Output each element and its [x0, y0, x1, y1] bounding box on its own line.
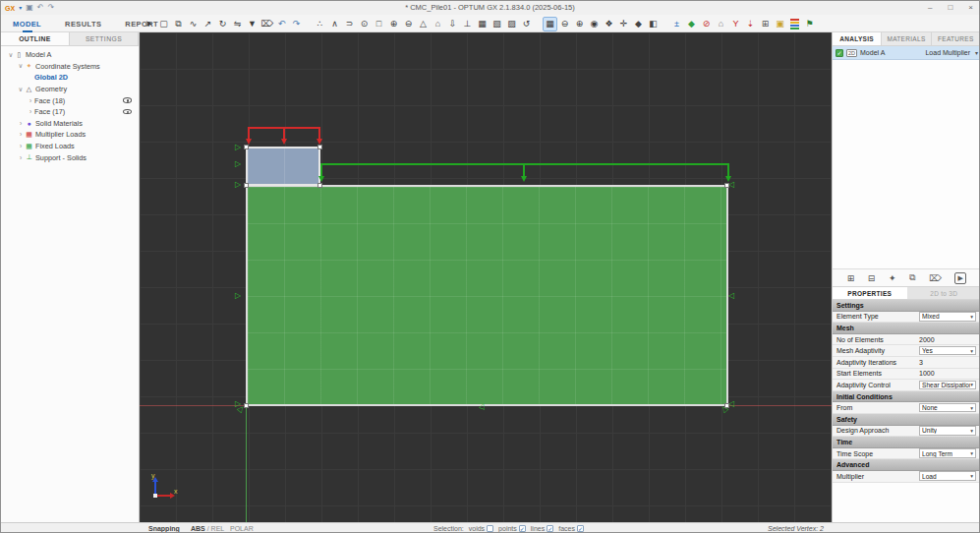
prop-dropdown[interactable]: None▾ — [919, 403, 976, 413]
support-left-icon[interactable]: ▷ — [235, 181, 241, 189]
model-canvas[interactable]: ▷▷▷▷▷◁◁◁△△△ y x — [140, 32, 832, 522]
support-left-icon[interactable]: ▷ — [235, 292, 241, 300]
analysis-model-row[interactable]: ✓ 2D Model A Load Multiplier ▾ — [833, 46, 980, 60]
interface-stamp-icon[interactable]: ▨ — [504, 17, 519, 31]
maximize-button[interactable]: □ — [948, 2, 952, 14]
visibility-eye-icon[interactable] — [123, 109, 132, 115]
dimensions-icon[interactable]: ± — [669, 17, 684, 31]
windows-layout-icon[interactable]: ⊞ — [758, 17, 773, 31]
select-window-icon[interactable]: ▢ — [156, 17, 171, 31]
tree-item-global-2d[interactable]: Global 2D — [1, 72, 139, 84]
support-right-icon[interactable]: ◁ — [728, 292, 734, 300]
prop-dropdown[interactable]: Mixed▾ — [919, 312, 976, 322]
vertex[interactable] — [244, 403, 249, 408]
panel-tab-analysis[interactable]: ANALYSIS — [833, 32, 882, 45]
tree-item-coordinate-systems[interactable]: ∨⌖Coordinate Systems — [1, 61, 139, 73]
shade-view-icon[interactable]: ◧ — [646, 17, 661, 31]
multiplier-load-arrow[interactable] — [248, 127, 250, 140]
tree-item-multiplier-loads[interactable]: ›▦Multiplier Loads — [1, 129, 139, 141]
tree-item-geometry[interactable]: ∨△Geometry — [1, 84, 139, 95]
prop-value[interactable]: 3 — [919, 359, 923, 366]
grid-icon[interactable]: ▦ — [543, 17, 557, 31]
mesh-view-icon[interactable]: ◆ — [631, 17, 646, 31]
snapping-toggle[interactable]: Snapping — [148, 525, 180, 532]
structure-face[interactable] — [246, 147, 320, 186]
ribbon-tab-results[interactable]: RESULTS — [63, 18, 103, 30]
cone-icon[interactable]: △ — [416, 17, 431, 31]
multiplier-load-arrow[interactable] — [283, 127, 285, 140]
zoom-fit-icon[interactable]: ❖ — [602, 17, 616, 31]
no-flow-icon[interactable]: ⊘ — [699, 17, 714, 31]
chevron-down-icon[interactable]: ▾ — [975, 49, 978, 56]
fixed-load-arrow[interactable] — [727, 163, 729, 177]
delete-icon[interactable]: ⌦ — [259, 17, 274, 31]
plate-stamp-icon[interactable]: ▧ — [490, 17, 504, 31]
panel-tab-materials[interactable]: MATERIALS — [882, 32, 931, 45]
vertex[interactable] — [244, 183, 249, 188]
box-icon[interactable]: ⌂ — [431, 17, 445, 31]
panel-tab-features[interactable]: FEATURES — [932, 32, 980, 45]
tree-item-support-solids[interactable]: ›⊥Support - Solids — [1, 151, 139, 163]
tree-expander-icon[interactable]: ∨ — [17, 62, 25, 70]
tree-item-model-a[interactable]: ∨▯Model A — [1, 49, 139, 61]
tree-expander-icon[interactable]: › — [17, 154, 25, 161]
outline-tab-outline[interactable]: OUTLINE — [1, 32, 70, 45]
tree-expander-icon[interactable]: › — [27, 108, 34, 115]
abs-rel-toggle[interactable]: ABS / REL — [191, 525, 224, 532]
prop-dropdown[interactable]: Load▾ — [919, 471, 976, 481]
fixed-load-arrow[interactable] — [320, 163, 322, 177]
soil-body-face[interactable] — [246, 185, 728, 406]
tree-item-solid-materials[interactable]: ›●Solid Materials — [1, 118, 139, 130]
ribbon-tab-model[interactable]: MODEL — [11, 18, 43, 30]
prop-value[interactable]: 2000 — [919, 336, 935, 343]
zoom-out-icon[interactable]: ⊖ — [557, 17, 572, 31]
materials-view-icon[interactable]: ◆ — [684, 17, 699, 31]
scale-icon[interactable]: ↗ — [201, 17, 215, 31]
filter-checkbox[interactable]: ✓ — [577, 525, 584, 532]
prop-dropdown[interactable]: Unity▾ — [919, 426, 976, 436]
point-load-icon[interactable]: ⇩ — [445, 17, 460, 31]
support-left-icon[interactable]: ▷ — [235, 160, 241, 168]
tree-expander-icon[interactable]: ∨ — [7, 51, 15, 59]
fixed-load-arrow[interactable] — [523, 163, 525, 177]
rotate-icon[interactable]: ↻ — [215, 17, 230, 31]
model-checkbox[interactable]: ✓ — [836, 49, 843, 57]
tree-expander-icon[interactable]: ∨ — [17, 86, 25, 93]
undo-icon[interactable]: ↶ — [274, 17, 289, 31]
prop-dropdown[interactable]: Shear Dissipation▾ — [919, 381, 976, 390]
prop-dropdown[interactable]: Long Term▾ — [919, 448, 976, 458]
analysis-type-select[interactable]: Load Multiplier — [925, 49, 970, 56]
filter-icon[interactable]: Y — [728, 17, 743, 31]
polyline-icon[interactable]: ∧ — [327, 17, 342, 31]
filter-checkbox[interactable] — [487, 525, 493, 532]
gravity-icon[interactable]: ⇣ — [743, 17, 758, 31]
prop-value[interactable]: 1000 — [919, 370, 935, 377]
support-left-icon[interactable]: ▷ — [235, 144, 241, 151]
ellipse-icon[interactable]: ⊖ — [401, 17, 416, 31]
tab-properties[interactable]: PROPERTIES — [833, 287, 907, 299]
close-button[interactable]: × — [968, 2, 973, 14]
tree-item-face-17-[interactable]: ›Face (17) — [1, 106, 139, 118]
zoom-window-icon[interactable]: ◉ — [587, 17, 602, 31]
tree-expander-icon[interactable]: › — [17, 143, 25, 149]
arc-icon[interactable]: ⊃ — [342, 17, 357, 31]
fixed-load-line[interactable] — [320, 163, 729, 165]
outline-tab-settings[interactable]: SETTINGS — [70, 32, 139, 45]
polar-toggle[interactable]: POLAR — [230, 525, 254, 532]
abs-label[interactable]: ABS — [191, 525, 205, 532]
delete-stage-icon[interactable]: ⌦ — [929, 273, 942, 283]
mirror-icon[interactable]: ⇋ — [230, 17, 245, 31]
vertex[interactable] — [317, 183, 322, 188]
rel-label[interactable]: / REL — [205, 525, 224, 532]
add-analysis-icon[interactable]: ✦ — [889, 273, 896, 283]
visibility-eye-icon[interactable] — [123, 97, 132, 103]
vertex[interactable] — [244, 145, 249, 149]
circle-icon[interactable]: ⊙ — [357, 17, 372, 31]
circle-center-icon[interactable]: ⊕ — [386, 17, 401, 31]
vertex[interactable] — [317, 145, 322, 149]
soil-stamp-icon[interactable]: ▦ — [475, 17, 490, 31]
home-view-icon[interactable]: ⌂ — [714, 17, 728, 31]
filter-checkbox[interactable]: ✓ — [547, 525, 553, 532]
copy-icon[interactable]: ⧉ — [171, 17, 186, 31]
select-icon[interactable]: ➤ — [142, 17, 156, 31]
